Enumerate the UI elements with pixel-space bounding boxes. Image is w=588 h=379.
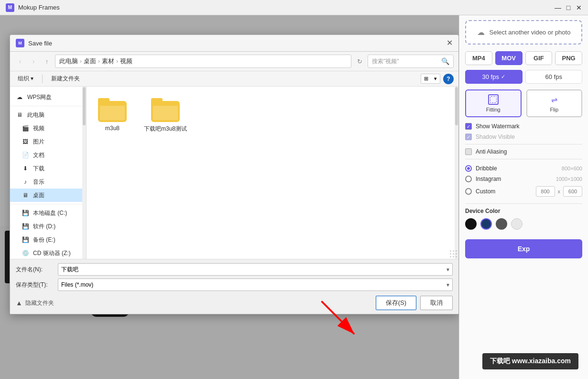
sidebar-scrollbar[interactable] xyxy=(82,87,86,259)
refresh-button[interactable]: ↻ xyxy=(354,56,365,67)
radio-dribbble-label: Dribbble xyxy=(476,165,497,172)
nav-path[interactable]: 此电脑 › 桌面 › 素材 › 视频 xyxy=(55,55,351,68)
radio-dribbble: Dribbble 800×600 xyxy=(465,163,582,174)
image-icon: 🖼 xyxy=(22,138,29,145)
format-png[interactable]: PNG xyxy=(555,51,582,65)
filetype-select-wrapper[interactable]: Files (*.mov) ▼ xyxy=(58,279,453,291)
radio-dribbble-button[interactable] xyxy=(465,165,472,172)
drive-e-icon: 💾 xyxy=(22,236,29,244)
path-computer: 此电脑 xyxy=(59,57,78,66)
sidebar-divider-2 xyxy=(10,204,86,204)
upload-cloud-icon: ☁ xyxy=(477,28,485,37)
file-item-m3u8[interactable]: m3u8 xyxy=(94,94,131,137)
window-controls: — □ ✕ xyxy=(555,0,582,15)
app-logo: M xyxy=(6,3,14,12)
format-gif[interactable]: GIF xyxy=(525,51,553,65)
sidebar-item-computer[interactable]: 🖥 此电脑 xyxy=(10,108,86,122)
show-watermark-checkbox[interactable]: ✓ xyxy=(465,123,472,130)
format-mov[interactable]: MOV xyxy=(495,51,523,65)
flip-button[interactable]: ⇌ Flip xyxy=(526,89,583,117)
forward-button[interactable]: › xyxy=(28,56,39,67)
sidebar-item-drive-c[interactable]: 💾 本地磁盘 (C:) xyxy=(10,206,86,220)
hide-folder-button[interactable]: ▲ 隐藏文件夹 xyxy=(16,299,54,307)
panel-divider-2 xyxy=(465,159,582,159)
help-button[interactable]: ? xyxy=(443,74,454,84)
fitting-button[interactable]: Fitting xyxy=(465,89,522,117)
anti-aliasing-checkbox[interactable] xyxy=(465,148,472,155)
custom-width-input[interactable] xyxy=(536,186,555,197)
filename-label: 文件名(N): xyxy=(16,266,54,274)
toolbar-right: ⊞ ▾ ? xyxy=(421,74,454,84)
size-separator: x xyxy=(558,189,561,194)
watermark-check-icon: ✓ xyxy=(467,124,470,129)
sidebar-divider xyxy=(10,106,86,106)
export-button[interactable]: Exp xyxy=(465,239,582,258)
device-color-title: Device Color xyxy=(465,208,582,214)
custom-height-input[interactable] xyxy=(563,186,582,197)
view-icon-btn[interactable]: ⊞ xyxy=(421,74,431,83)
nav-bar: ‹ › ↑ 此电脑 › 桌面 › 素材 › 视频 ↻ 搜索"视频" xyxy=(10,52,458,71)
sidebar-item-doc[interactable]: 📄 文档 xyxy=(10,148,86,162)
anti-aliasing-label: Anti Aliasing xyxy=(476,148,507,155)
radio-dribbble-left[interactable]: Dribbble xyxy=(465,165,497,172)
device-color-white[interactable] xyxy=(511,218,523,230)
sidebar-item-wps[interactable]: ☁ WPS网盘 xyxy=(10,90,86,104)
app-title-bar: M Mokup Frames — □ ✕ xyxy=(0,0,588,15)
new-folder-button[interactable]: 新建文件夹 xyxy=(48,73,83,84)
radio-custom-left[interactable]: Custom xyxy=(465,188,495,195)
footer-buttons: ▲ 隐藏文件夹 保存(S) 取消 xyxy=(16,294,453,310)
filetype-dropdown-arrow[interactable]: ▼ xyxy=(444,282,452,288)
radio-instagram-left[interactable]: Instagram xyxy=(465,176,501,182)
device-color-navy[interactable] xyxy=(480,218,492,230)
doc-icon: 📄 xyxy=(22,151,29,159)
fps-60[interactable]: 60 fps xyxy=(525,70,583,84)
radio-custom-button[interactable] xyxy=(465,188,472,195)
radio-instagram-button[interactable] xyxy=(465,176,472,182)
filename-input[interactable] xyxy=(58,265,444,274)
sidebar-item-desktop[interactable]: 🖥 桌面 xyxy=(10,189,86,202)
close-button[interactable]: ✕ xyxy=(576,4,582,11)
sidebar-item-cdrom[interactable]: 💿 CD 驱动器 (Z:) xyxy=(10,246,86,259)
sidebar-item-download[interactable]: ⬇ 下载 xyxy=(10,162,86,175)
sidebar-item-drive-d[interactable]: 💾 软件 (D:) xyxy=(10,220,86,233)
sidebar-item-music[interactable]: ♪ 音乐 xyxy=(10,175,86,189)
cdrom-icon: 💿 xyxy=(22,249,29,257)
minimize-button[interactable]: — xyxy=(555,4,561,11)
hide-folder-label: 隐藏文件夹 xyxy=(25,299,54,307)
file-list-area: m3u8 下载吧m3u8测试 xyxy=(87,87,458,259)
fps-30[interactable]: 30 fps ✓ xyxy=(465,70,523,84)
filetype-label: 保存类型(T): xyxy=(16,281,54,289)
dialog-footer: 文件名(N): ▼ 保存类型(T): Files (*.mov) ▼ xyxy=(10,259,458,314)
search-box[interactable]: 搜索"视频" 🔍 xyxy=(368,55,454,68)
view-list-btn[interactable]: ▾ xyxy=(431,74,440,83)
up-button[interactable]: ↑ xyxy=(42,56,52,67)
format-mp4[interactable]: MP4 xyxy=(465,51,492,65)
cancel-button[interactable]: 取消 xyxy=(420,296,453,310)
sidebar-item-drive-e[interactable]: 💾 备份 (E:) xyxy=(10,233,86,246)
custom-size-inputs: x xyxy=(536,186,583,197)
device-color-gray[interactable] xyxy=(496,218,507,230)
select-video-button[interactable]: ☁ Select another video or photo xyxy=(465,20,582,45)
device-color-black[interactable] xyxy=(465,218,477,230)
filename-dropdown-arrow[interactable]: ▼ xyxy=(444,267,452,272)
file-item-m3u8-test[interactable]: 下载吧m3u8测试 xyxy=(140,94,191,137)
app-title: Mokup Frames xyxy=(18,4,60,11)
file-name-m3u8: m3u8 xyxy=(105,125,120,132)
device-color-swatches xyxy=(465,218,582,230)
back-button[interactable]: ‹ xyxy=(15,56,25,67)
sidebar-item-video[interactable]: 🎬 视频 xyxy=(10,122,86,135)
organize-button[interactable]: 组织 ▾ xyxy=(15,73,36,84)
file-grid: m3u8 下载吧m3u8测试 xyxy=(87,87,458,145)
resolution-options: Dribbble 800×600 Instagram 1000×1000 Cus… xyxy=(465,163,582,199)
fps-30-label: 30 fps xyxy=(482,73,499,80)
maximize-button[interactable]: □ xyxy=(565,4,572,11)
dialog-close-button[interactable]: ✕ xyxy=(446,39,453,47)
shadow-visible-checkbox[interactable]: ✓ xyxy=(465,134,472,140)
save-button[interactable]: 保存(S) xyxy=(376,296,416,310)
view-toggle[interactable]: ⊞ ▾ xyxy=(421,74,440,84)
right-panel: ☁ Select another video or photo MP4 MOV … xyxy=(459,15,588,379)
sidebar-item-image[interactable]: 🖼 图片 xyxy=(10,135,86,148)
file-list-scrollbar[interactable] xyxy=(455,87,458,259)
search-placeholder: 搜索"视频" xyxy=(372,57,399,66)
filename-input-wrapper[interactable]: ▼ xyxy=(58,263,453,276)
